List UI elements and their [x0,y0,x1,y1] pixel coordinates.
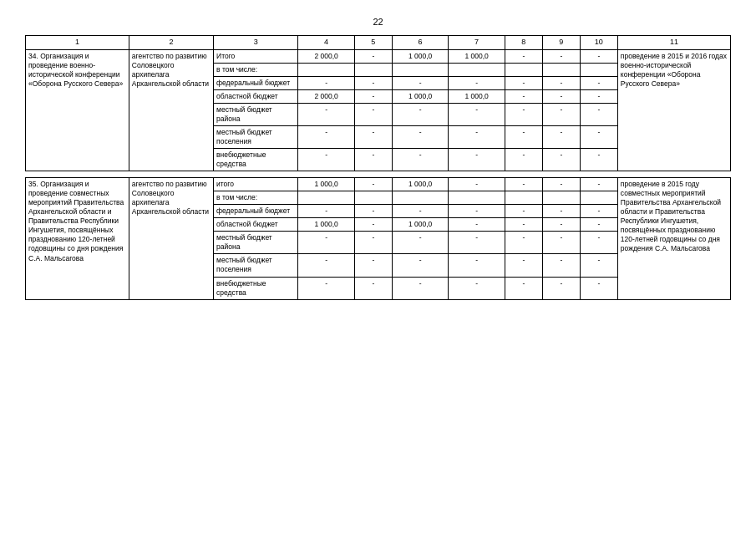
row-col3: местный бюджет поселения [214,254,298,277]
row-col7: - [449,218,505,232]
row-col10: - [580,103,617,125]
row-col5: - [354,76,392,89]
row-col8: - [505,49,542,63]
row-col8: - [505,254,542,277]
row-col10: - [580,218,617,232]
row-col3: федеральный бюджет [214,205,298,218]
row-col10: - [580,149,617,171]
row-col3: областной бюджет [214,89,298,103]
main-table: 1 2 3 4 5 6 7 8 9 10 11 34. Организация … [25,35,731,300]
row-col10: - [580,178,617,191]
page-number: 22 [25,17,731,27]
header-row: 1 2 3 4 5 6 7 8 9 10 11 [26,36,731,50]
row-col9 [542,191,580,205]
row-col5: - [354,218,392,232]
row-col9: - [542,76,580,89]
row-col10: - [580,89,617,103]
row-col6: - [392,232,449,254]
header-col3: 3 [214,36,298,50]
row-col3: внебюджетные средства [214,277,298,299]
row-col4: - [298,103,355,125]
row-col8: - [505,178,542,191]
row-col6: 1 000,0 [392,89,449,103]
section35-col2: агентство по развитию Соловецкого архипе… [129,178,213,299]
row-col5 [354,63,392,76]
row-col9 [542,63,580,76]
header-col6: 6 [392,36,449,50]
row-col8: - [505,103,542,125]
row-col4: - [298,277,355,299]
row-col6 [392,63,449,76]
spacer-row [26,171,731,178]
section34-col2: агентство по развитию Соловецкого архипе… [129,49,213,171]
row-col6: - [392,277,449,299]
row-col4: - [298,254,355,277]
row-col10: - [580,232,617,254]
row-col3: в том числе: [214,63,298,76]
row-col9: - [542,125,580,148]
row-col5 [354,191,392,205]
section35-col1: 35. Организация и проведение совместных … [26,178,129,299]
row-col3: итого [214,178,298,191]
row-col7: - [449,178,505,191]
row-col8 [505,63,542,76]
row-col3: федеральный бюджет [214,76,298,89]
row-col10 [580,63,617,76]
row-col4: - [298,232,355,254]
row-col5: - [354,49,392,63]
row-col7: - [449,125,505,148]
row-col5: - [354,232,392,254]
row-col8: - [505,89,542,103]
header-col4: 4 [298,36,355,50]
row-col10: - [580,49,617,63]
header-col9: 9 [542,36,580,50]
row-col7: 1 000,0 [449,49,505,63]
row-col9: - [542,49,580,63]
row-col7: 1 000,0 [449,89,505,103]
row-col8: - [505,149,542,171]
header-col2: 2 [129,36,213,50]
row-col7: - [449,103,505,125]
row-col9: - [542,277,580,299]
row-col4: 1 000,0 [298,178,355,191]
row-col4 [298,191,355,205]
row-col10: - [580,254,617,277]
row-col10: - [580,205,617,218]
header-col8: 8 [505,36,542,50]
row-col9: - [542,103,580,125]
row-col10 [580,191,617,205]
table-row: 34. Организация и проведение военно-исто… [26,49,731,63]
header-col10: 10 [580,36,617,50]
row-col3: Итого [214,49,298,63]
row-col7: - [449,254,505,277]
row-col9: - [542,149,580,171]
row-col7: - [449,277,505,299]
row-col3: внебюджетные средства [214,149,298,171]
row-col10: - [580,125,617,148]
row-col6: 1 000,0 [392,49,449,63]
row-col8 [505,191,542,205]
row-col7: - [449,76,505,89]
row-col5: - [354,149,392,171]
row-col3: в том числе: [214,191,298,205]
row-col5: - [354,125,392,148]
row-col8: - [505,205,542,218]
row-col5: - [354,103,392,125]
row-col6: - [392,205,449,218]
row-col4: - [298,125,355,148]
row-col9: - [542,218,580,232]
row-col4: 2 000,0 [298,89,355,103]
row-col5: - [354,277,392,299]
row-col6: - [392,76,449,89]
row-col7 [449,191,505,205]
row-col4: - [298,149,355,171]
row-col8: - [505,125,542,148]
row-col4: - [298,76,355,89]
row-col9: - [542,89,580,103]
row-col3: областной бюджет [214,218,298,232]
row-col9: - [542,232,580,254]
row-col4: 2 000,0 [298,49,355,63]
header-col1: 1 [26,36,129,50]
row-col5: - [354,89,392,103]
row-col8: - [505,218,542,232]
